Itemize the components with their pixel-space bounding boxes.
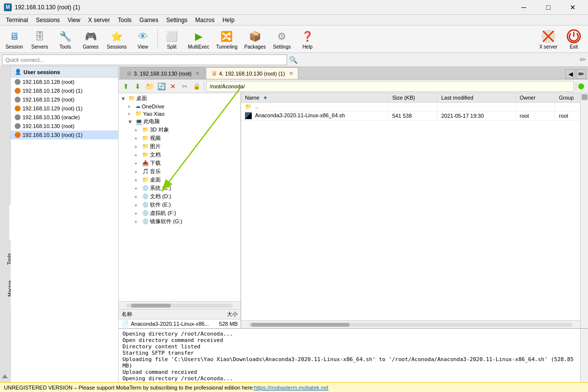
tb-tools[interactable]: 🔧 Tools (53, 27, 77, 52)
tree-item-c[interactable]: + 💿 系统 (C:) (120, 184, 240, 192)
remote-hscroll-thumb[interactable] (251, 323, 349, 327)
menu-sessions[interactable]: Sessions (32, 16, 64, 25)
tree-item-3d[interactable]: + 📁 3D 对象 (120, 126, 240, 134)
tb-multiexec[interactable]: ▶ MultiExec (185, 27, 212, 52)
session-item-129[interactable]: 192.168.10.129 (root) (11, 95, 118, 104)
permissions-button[interactable]: 🔒 (191, 81, 202, 92)
close-button[interactable]: ✕ (562, 0, 584, 15)
session-item-129-1[interactable]: 192.168.10.129 (root) (1) (11, 104, 118, 113)
tb-servers[interactable]: 🗄 Servers (27, 27, 52, 52)
col-name[interactable]: Name ▼ (241, 93, 388, 103)
log-line-7: Opening directory /root/Aconoda... (122, 375, 584, 382)
log-vscroll[interactable] (580, 329, 588, 382)
minimize-button[interactable]: ─ (513, 0, 535, 15)
tree-item-video[interactable]: + 📁 视频 (120, 134, 240, 142)
pc-icon: 💻 (135, 118, 143, 125)
tree-item-e[interactable]: + 💿 软件 (E:) (120, 201, 240, 209)
tree-item-downloads[interactable]: + 📥 下载 (120, 159, 240, 167)
new-tab-button[interactable]: ✏ (576, 69, 586, 79)
local-hscroll[interactable] (119, 301, 241, 309)
tb-packages[interactable]: 📦 Packages (242, 27, 269, 52)
tb-xserver[interactable]: X server (536, 27, 561, 52)
tb-tunneling[interactable]: 🔀 Tunneling (213, 27, 241, 52)
tb-help[interactable]: ❓ Help (295, 27, 319, 52)
tree-item-onedrive[interactable]: + ☁ OneDrive (120, 103, 240, 110)
tb-settings[interactable]: ⚙ Settings (270, 27, 294, 52)
tb-split[interactable]: ⬜ Split (160, 27, 184, 52)
col-owner[interactable]: Owner (515, 93, 555, 103)
tree-item-docs[interactable]: + 📁 文档 (120, 151, 240, 159)
tab-4-close[interactable]: ✕ (289, 71, 293, 76)
menu-settings[interactable]: Settings (162, 16, 191, 25)
remote-hscroll[interactable] (241, 320, 580, 328)
refresh-button[interactable]: 🔄 (156, 81, 167, 92)
newfolder-button[interactable]: 📁 (144, 81, 155, 92)
tree-item-f[interactable]: + 💿 虚拟机 (F:) (120, 209, 240, 217)
download-button[interactable]: ⬇ (132, 81, 143, 92)
help-icon: ❓ (299, 28, 315, 44)
log-line-5: Uploading file 'C:\Users\Yao Xiao\Downlo… (122, 356, 584, 369)
tree-item-desktop-root[interactable]: ▼ 📁 桌面 (120, 94, 240, 103)
local-hscroll-thumb[interactable] (131, 304, 171, 308)
tb-sessions[interactable]: ⭐ Sessions (104, 27, 130, 52)
tree-item-d[interactable]: + 💿 文档 (D:) (120, 192, 240, 201)
expand-icon: + (134, 127, 141, 133)
remote-vscroll[interactable] (580, 93, 588, 328)
expand-icon: + (134, 219, 141, 225)
status-link[interactable]: https://mobaxterm.mobatek.net (254, 385, 329, 391)
tree-item-mypc[interactable]: ▼ 💻 此电脑 (120, 117, 240, 126)
menu-games[interactable]: Games (136, 16, 163, 25)
session-item-130-oracle[interactable]: 192.168.10.130 (oracle) (11, 113, 118, 122)
ft-toolbar-sep (204, 82, 204, 91)
servers-icon: 🗄 (32, 28, 48, 44)
games-icon: 🎮 (83, 28, 98, 44)
tb-view[interactable]: 👁 View (131, 27, 155, 52)
ft-toolbar: ⬆ ⬇ 📁 🔄 ✕ ✂ 🔒 (119, 79, 588, 93)
sidebar-tabs: Session Sessions Tools Macros (0, 67, 11, 382)
table-row[interactable]: 📁 .. (241, 103, 580, 111)
col-group[interactable]: Group (555, 93, 580, 103)
tab-4[interactable]: 🖥 4. 192.168.10.130 (root) (1) ✕ (206, 67, 298, 79)
col-size[interactable]: Size (KB) (388, 93, 437, 103)
upload-button[interactable]: ⬆ (121, 81, 131, 92)
menu-tools[interactable]: Tools (114, 16, 136, 25)
expand-icon: + (134, 160, 141, 166)
tree-item-pictures[interactable]: + 📁 图片 (120, 142, 240, 151)
sidebar-tab-macros[interactable]: Macros (4, 269, 11, 308)
session-item-128[interactable]: 192.168.10.128 (root) (11, 78, 118, 86)
col-modified[interactable]: Last modified (437, 93, 515, 103)
session-item-130[interactable]: 192.168.10.130 (root) (11, 122, 118, 131)
move-button[interactable]: ✂ (179, 81, 190, 92)
tree-item-music[interactable]: + 🎵 音乐 (120, 167, 240, 176)
delete-button[interactable]: ✕ (168, 81, 178, 92)
sidebar-arrow (2, 374, 8, 378)
tab-3-close[interactable]: ✕ (196, 71, 199, 76)
session-dot (15, 105, 21, 111)
tb-session[interactable]: 🖥 Session (2, 27, 26, 52)
tree-item-yaoxiao[interactable]: + 📁 Yao Xiao (120, 110, 240, 117)
menu-help[interactable]: Help (219, 16, 239, 25)
local-tree: ▼ 📁 桌面 + ☁ OneDrive + 📁 Yao Xiao (119, 93, 241, 301)
menu-view[interactable]: View (64, 16, 84, 25)
maximize-button[interactable]: □ (537, 0, 560, 15)
tb-games[interactable]: 🎮 Games (78, 27, 103, 52)
tree-item-desktop2[interactable]: + 📁 桌面 (120, 176, 240, 184)
app-icon: M (4, 3, 12, 11)
log-line-8: Open directory command received (122, 382, 584, 382)
remote-path-input[interactable] (206, 81, 574, 92)
session-item-128-1[interactable]: 192.168.10.128 (root) (1) (11, 86, 118, 95)
vscroll-thumb[interactable] (582, 94, 588, 100)
folder-icon: 📁 (142, 127, 149, 133)
tb-exit[interactable]: Exit (562, 27, 586, 52)
menu-xserver[interactable]: X server (84, 16, 114, 25)
tab-3-icon: 🖥 (126, 70, 132, 77)
session-item-130-1[interactable]: 192.168.10.130 (root) (1) (11, 131, 118, 139)
quick-connect-input[interactable] (2, 54, 287, 65)
table-row[interactable]: Anaconda3-2020.11-Linux-x86_64.sh 541 53… (241, 111, 580, 121)
tab-3[interactable]: 🖥 3. 192.168.10.130 (root) ✕ (121, 67, 205, 79)
menu-terminal[interactable]: Terminal (2, 16, 32, 25)
local-file-row[interactable]: 📄 Anaconda3-2020.11-Linux-x86... 528 MB (119, 319, 241, 328)
tab-scroll-left[interactable]: ◀ (565, 69, 575, 79)
tree-item-g[interactable]: + 💿 镜像软件 (G:) (120, 217, 240, 226)
menu-macros[interactable]: Macros (192, 16, 219, 25)
